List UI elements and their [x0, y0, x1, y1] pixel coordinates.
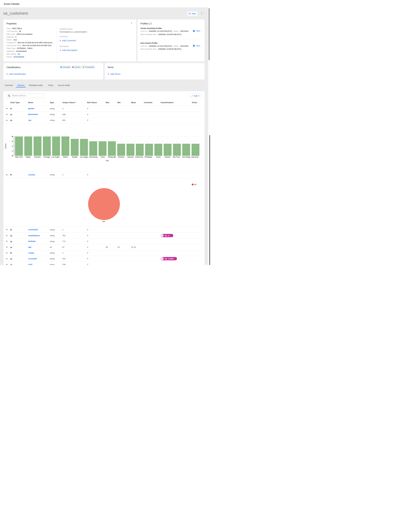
svg-text:4: 4 [12, 145, 13, 147]
svg-text:Orlando: Orlando [118, 156, 124, 158]
svg-text:San Fran...: San Fran... [173, 156, 181, 158]
svg-text:Grand Ra...: Grand Ra... [135, 156, 144, 158]
svg-text:2: 2 [12, 150, 13, 152]
svg-text:Jackson: Jackson [127, 156, 134, 158]
svg-text:Pittsburgh: Pittsburgh [108, 156, 116, 158]
svg-text:Tulsa: Tulsa [101, 156, 105, 158]
svg-text:Austin: Austin [156, 156, 161, 158]
svg-text:Harrisburg: Harrisburg [89, 156, 97, 158]
svg-text:Miami: Miami [63, 156, 68, 158]
svg-text:Count: Count [4, 143, 7, 148]
svg-text:Las Vegas: Las Vegas [80, 156, 88, 158]
svg-text:8: 8 [12, 135, 13, 137]
svg-text:New York: New York [15, 156, 23, 158]
svg-text:Sacrame...: Sacrame... [191, 156, 200, 158]
svg-text:San Diego: San Diego [182, 156, 190, 158]
svg-text:Philadelp...: Philadelp... [145, 156, 153, 158]
svg-text:city: city [106, 159, 109, 162]
svg-text:Los Angel...: Los Angel... [51, 156, 61, 158]
svg-text:Houston: Houston [34, 156, 41, 158]
svg-text:Dallas: Dallas [26, 156, 31, 158]
svg-text:0: 0 [12, 155, 13, 157]
svg-text:Seattle: Seattle [72, 156, 77, 158]
svg-text:Denver: Denver [165, 156, 170, 158]
svg-text:Chicago: Chicago [44, 156, 50, 158]
svg-text:6: 6 [12, 140, 13, 142]
